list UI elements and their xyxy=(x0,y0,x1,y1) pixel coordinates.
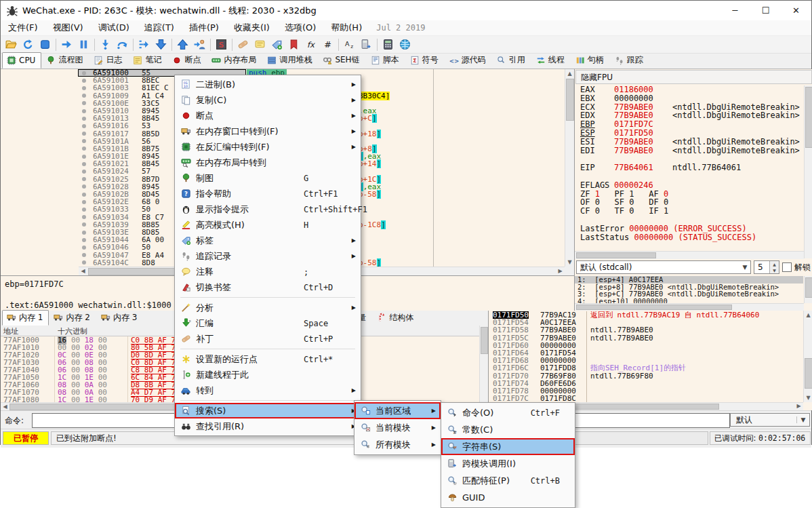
menubar-item-6[interactable]: 选项(O) xyxy=(277,20,323,35)
menu-item-magregion[interactable]: 当前区域▶ xyxy=(354,402,441,419)
menu-item-help[interactable]: ?指令帮助Ctrl+F1 xyxy=(175,186,361,201)
menubar-item-4[interactable]: 插件(P) xyxy=(182,20,226,35)
toolbar-folder-button[interactable] xyxy=(3,37,20,52)
close-button[interactable]: ✕ xyxy=(781,1,811,20)
menu-item-calcarrow[interactable]: 跨模块调用(I) xyxy=(441,455,575,472)
stack-row[interactable]: 0171FD7077B69F80ntdll.77B69F80 xyxy=(489,372,803,380)
toolbar-fx-button[interactable]: fx xyxy=(302,37,319,52)
calling-convention-select[interactable]: 默认 (stdcall)▼ xyxy=(576,260,751,274)
stack-row[interactable]: 0171FD7C0171FD8C xyxy=(489,395,803,402)
menu-item-tag[interactable]: 标签▶ xyxy=(175,233,361,248)
stack-row[interactable]: 0171FD6C0171FDD8指向SEH_Record[1]的指针 xyxy=(489,364,803,372)
scrollbar-thumb[interactable] xyxy=(576,305,732,310)
menu-item-searchpage[interactable]: 搜索(S)▶ xyxy=(175,403,361,418)
toolbar-callcalc-button[interactable] xyxy=(358,37,375,52)
menu-item-bmtoggle[interactable]: 切换书签Ctrl+D xyxy=(175,279,361,295)
breakpoint-dot[interactable] xyxy=(82,208,86,212)
stack-row[interactable]: 0171FD5077B9AC19返回到 ntdll.77B9AC19 自 ntd… xyxy=(489,311,803,319)
register-row[interactable]: EIP77B64061ntdll.77B64061 xyxy=(580,163,803,172)
breakpoint-dot[interactable] xyxy=(82,139,86,143)
toolbar-stepover-button[interactable] xyxy=(114,37,131,52)
dump-tab-0[interactable]: 内存 1 xyxy=(2,310,49,326)
stack-row[interactable]: 0171FD640171FD54 xyxy=(489,349,803,357)
breakpoint-dot[interactable] xyxy=(82,132,86,136)
menu-item-mushroom[interactable]: GUID xyxy=(441,489,575,506)
register-row[interactable]: EAX01186000 xyxy=(580,85,803,94)
register-row[interactable]: EDI77B9ABE0<ntdll.DbgUiRemoteBreakin> xyxy=(580,146,803,155)
scroll-down-arrow[interactable]: ▼ xyxy=(565,258,574,267)
breakpoint-dot[interactable] xyxy=(82,231,86,235)
menu-item-newthread[interactable]: 新建线程于此 xyxy=(175,367,361,383)
menu-item-car[interactable]: 转到▶ xyxy=(175,383,361,398)
argument-row[interactable]: 4: [esp+10] 00000000 xyxy=(575,298,803,303)
breakpoint-dot[interactable] xyxy=(82,124,86,128)
scroll-right-arrow[interactable]: ▶ xyxy=(556,267,565,275)
toolbar-runto-button[interactable] xyxy=(136,37,153,52)
toolbar-calc-button[interactable] xyxy=(380,37,397,52)
maximize-button[interactable]: ☐ xyxy=(750,1,781,20)
menu-item-asmdown[interactable]: 01汇编Space xyxy=(175,315,361,331)
menu-item-wand[interactable]: 分析▶ xyxy=(175,300,361,315)
breakpoint-dot[interactable] xyxy=(82,117,86,121)
register-row[interactable]: LastStatus 00000000 (STATUS_SUCCESS) xyxy=(580,233,803,242)
breakpoint-dot[interactable] xyxy=(82,222,86,227)
toolbar-restart-button[interactable] xyxy=(20,37,37,52)
toolbar-stop-button[interactable] xyxy=(37,37,54,52)
toolbar-arrowup-button[interactable] xyxy=(174,37,191,52)
tab-tree[interactable]: 流程图 xyxy=(41,52,89,69)
breakpoint-dot[interactable] xyxy=(82,253,86,257)
menu-item-rammag[interactable]: 在内存布局中转到 xyxy=(175,155,361,170)
scrollbar-thumb[interactable] xyxy=(481,327,488,354)
toolbar-pause-button[interactable] xyxy=(75,37,92,52)
menu-item-bp[interactable]: 断点▶ xyxy=(175,108,361,123)
dump-vertical-scrollbar[interactable] xyxy=(479,326,489,402)
breakpoint-dot[interactable] xyxy=(82,155,86,159)
register-list[interactable]: EAX01186000EBX00000000ECX77B9ABE0<ntdll.… xyxy=(575,85,803,250)
toolbar-tag-button[interactable] xyxy=(268,37,285,52)
toolbar-run-button[interactable] xyxy=(58,37,75,52)
stack-row[interactable]: 0171FD74D60FE6D6 xyxy=(489,380,803,387)
stack-row[interactable]: 0171FD6000000000 xyxy=(489,342,803,349)
arguments-list[interactable]: 1: [esp+4] A0C17EEA2: [esp+8] 77B9ABE0 <… xyxy=(575,276,803,303)
menu-item-magstr[interactable]: “字符串(S) xyxy=(441,438,575,455)
toolbar-patch-button[interactable] xyxy=(235,37,251,52)
menu-item-patch[interactable]: 补丁Ctrl+P xyxy=(175,331,361,347)
toolbar-hash-button[interactable]: # xyxy=(319,37,336,52)
stack-row[interactable]: 0171FD5C77B9ABE0ntdll.77B9ABE0 xyxy=(489,334,803,342)
toolbar-attach-button[interactable] xyxy=(191,37,208,52)
menubar-item-2[interactable]: 调试(D) xyxy=(91,20,137,35)
disassembly-vertical-scrollbar[interactable]: ▲ ▼ xyxy=(565,69,575,267)
registers-horizontal-scrollbar[interactable] xyxy=(575,251,804,259)
breakpoint-dot[interactable] xyxy=(82,177,86,181)
toolbar-az-button[interactable]: Az xyxy=(341,37,358,52)
menubar-item-5[interactable]: 收藏夹(I) xyxy=(226,20,277,35)
scroll-up-arrow[interactable]: ▲ xyxy=(804,311,812,319)
scroll-left-arrow[interactable]: ◀ xyxy=(79,267,87,275)
scrollbar-thumb[interactable] xyxy=(805,87,812,148)
breakpoint-dot[interactable] xyxy=(82,162,86,166)
tab-log[interactable]: 日志 xyxy=(89,52,128,69)
menu-item-magall[interactable]: 所有模块▶ xyxy=(354,436,441,453)
menu-item-magmodule[interactable]: 当前模块▶ xyxy=(354,419,441,436)
breakpoint-dot[interactable] xyxy=(82,101,86,105)
menu-item-copy[interactable]: 复制(C)▶ xyxy=(175,92,361,108)
unlock-checkbox[interactable] xyxy=(782,262,792,272)
breakpoint-dot[interactable] xyxy=(82,238,86,242)
dump-tab-2[interactable]: 内存 3 xyxy=(96,310,143,326)
menu-item-magcmd[interactable]: 命令(O)Ctrl+F xyxy=(441,404,575,421)
tab-ram[interactable]: 内存布局 xyxy=(207,52,262,69)
breakpoint-dot[interactable] xyxy=(82,71,86,75)
menubar-item-7[interactable]: 帮助(H) xyxy=(323,20,369,35)
breakpoint-dot[interactable] xyxy=(82,215,86,219)
menu-item-binary[interactable]: 0110二进制(B)▶ xyxy=(175,77,361,92)
argument-depth-spinner[interactable]: 5▲▼ xyxy=(754,260,779,274)
menubar-item-3[interactable]: 追踪(T) xyxy=(137,20,182,35)
toolbar-stepinto-button[interactable] xyxy=(97,37,114,52)
breakpoint-dot[interactable] xyxy=(82,260,86,265)
scrollbar-thumb[interactable] xyxy=(576,252,656,258)
arguments-vertical-scrollbar[interactable] xyxy=(804,276,812,303)
breakpoint-dot[interactable] xyxy=(82,86,86,90)
breakpoint-dot[interactable] xyxy=(82,109,86,113)
menu-item-truck[interactable]: 在内存窗口中转到(F)▶ xyxy=(175,123,361,139)
toolbar-bookmarks-button[interactable] xyxy=(285,37,302,52)
